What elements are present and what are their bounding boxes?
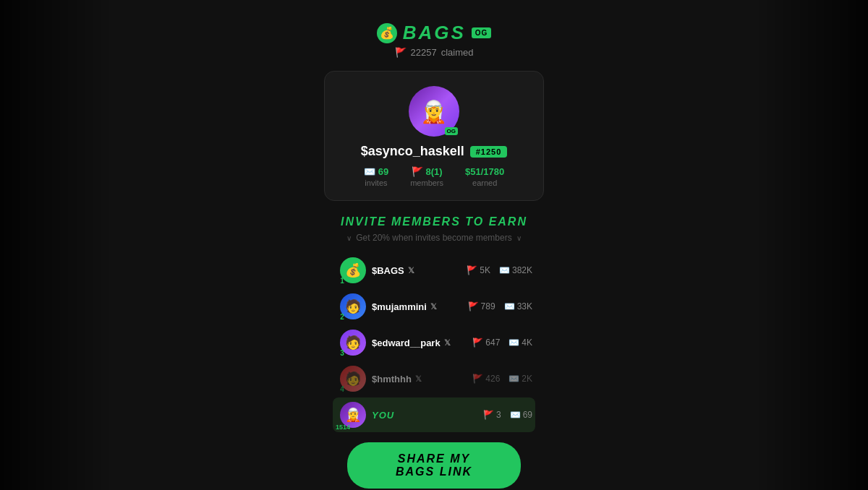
- envelope-icon-2: ✉️: [504, 301, 515, 311]
- profile-name-row: $asynco_haskell #1250: [361, 144, 508, 159]
- leaderboard-row-you: 1514 🧝 YOU 🚩 3 ✉️ 69: [333, 397, 535, 432]
- members-icon-3: 🚩: [472, 338, 483, 348]
- members-icon: 🚩: [412, 166, 423, 177]
- members-icon-4: 🚩: [472, 374, 483, 384]
- stat-earned: $51/1780 earned: [465, 166, 504, 187]
- lb-stats-1: 🚩 5K ✉️ 382K: [467, 265, 532, 275]
- members-label: members: [410, 179, 443, 187]
- rank-3: 3: [336, 349, 349, 357]
- leaderboard-row-4: 4 🧑 $hmthhh 𝕏 🚩 426 ✉️ 2K: [333, 361, 535, 396]
- members-count: 8(1): [426, 166, 443, 177]
- leaderboard-row-3: 3 🧑 $edward__park 𝕏 🚩 647 ✉️ 4K: [333, 325, 535, 360]
- messages-you: 69: [523, 410, 532, 420]
- lb-stats-you: 🚩 3 ✉️ 69: [483, 410, 532, 420]
- messages-1: 382K: [512, 265, 532, 275]
- members-icon-1: 🚩: [467, 265, 477, 275]
- envelope-icon-you: ✉️: [510, 410, 521, 420]
- invite-subtitle: ∨ Get 20% when invites become members ∨: [333, 233, 535, 243]
- rank-1: 1: [336, 277, 349, 285]
- x-icon-3: 𝕏: [444, 338, 451, 348]
- envelope-icon: ✉️: [364, 166, 375, 177]
- members-4: 426: [485, 374, 500, 384]
- messages-2: 33K: [517, 301, 532, 311]
- profile-card: 🧝 OG $asynco_haskell #1250 ✉️ 69 invites…: [324, 71, 545, 201]
- x-icon-2: 𝕏: [430, 302, 437, 311]
- messages-3: 4K: [522, 338, 532, 348]
- logo-row: 💰 BAGS OG: [377, 22, 492, 44]
- stat-invites: ✉️ 69 invites: [364, 166, 388, 187]
- leaderboard-row-1: 1 💰 $BAGS 𝕏 🚩 5K ✉️ 382K: [333, 253, 535, 288]
- claimed-row: 🚩 22257 claimed: [395, 47, 474, 58]
- members-icon-2: 🚩: [468, 301, 479, 311]
- members-3: 647: [485, 338, 500, 348]
- claimed-count: 22257: [411, 47, 437, 58]
- lb-name-bags: $BAGS 𝕏: [372, 265, 467, 276]
- invites-count: 69: [378, 166, 388, 177]
- profile-stats: ✉️ 69 invites 🚩 8(1) members $51/1780 ea…: [364, 166, 505, 187]
- envelope-icon-3: ✉️: [509, 338, 519, 348]
- avatar-wrapper: 🧝 OG: [409, 86, 459, 137]
- logo-text: BAGS: [403, 22, 466, 44]
- envelope-icon-4: ✉️: [509, 374, 519, 384]
- x-icon-1: 𝕏: [408, 266, 414, 275]
- x-icon-4: 𝕏: [415, 374, 422, 384]
- invite-title: INVITE MEMBERS TO EARN: [333, 215, 535, 228]
- stat-members: 🚩 8(1) members: [410, 166, 443, 187]
- leaderboard-row-2: 2 🧑 $mujammini 𝕏 🚩 789 ✉️ 33K: [333, 289, 535, 324]
- rank-badge: #1250: [470, 146, 508, 158]
- header: 💰 BAGS OG 🚩 22257 claimed: [377, 22, 492, 58]
- avatar-badge: OG: [445, 127, 458, 135]
- chevron-left-icon: ∨: [346, 234, 352, 242]
- invites-label: invites: [365, 179, 387, 187]
- profile-username: $asynco_haskell: [361, 144, 464, 159]
- lb-stats-3: 🚩 647 ✉️ 4K: [472, 338, 532, 348]
- members-2: 789: [481, 301, 495, 311]
- members-icon-you: 🚩: [483, 410, 494, 420]
- lb-name-2: $mujammini 𝕏: [372, 301, 468, 312]
- lb-stats-4: 🚩 426 ✉️ 2K: [472, 374, 532, 384]
- chevron-right-icon: ∨: [516, 234, 522, 242]
- earned-label: earned: [472, 179, 497, 187]
- rank-you: 1514: [336, 424, 349, 431]
- envelope-icon-1: ✉️: [499, 265, 510, 275]
- share-button[interactable]: SHARE MY BAGS LINK: [347, 442, 521, 489]
- rank-2: 2: [336, 313, 349, 321]
- members-1: 5K: [480, 265, 490, 275]
- claimed-label: claimed: [441, 47, 474, 58]
- messages-4: 2K: [522, 374, 532, 384]
- invite-subtitle-text: Get 20% when invites become members: [356, 233, 511, 243]
- rank-4: 4: [336, 385, 349, 393]
- page-container: 💰 BAGS OG 🚩 22257 claimed 🧝 OG $asynco_h…: [0, 0, 868, 490]
- lb-name-4: $hmthhh 𝕏: [372, 374, 472, 384]
- og-badge: OG: [472, 27, 492, 38]
- invite-section: INVITE MEMBERS TO EARN ∨ Get 20% when in…: [333, 215, 535, 243]
- lb-stats-2: 🚩 789 ✉️ 33K: [468, 301, 532, 311]
- lb-name-you: YOU: [372, 410, 483, 421]
- leaderboard: 1 💰 $BAGS 𝕏 🚩 5K ✉️ 382K 2 🧑: [333, 253, 535, 432]
- members-you: 3: [496, 410, 501, 420]
- earned-value: $51/1780: [465, 166, 504, 177]
- lb-name-3: $edward__park 𝕏: [372, 338, 472, 348]
- bags-logo-icon: 💰: [377, 23, 397, 43]
- flag-icon: 🚩: [395, 47, 407, 58]
